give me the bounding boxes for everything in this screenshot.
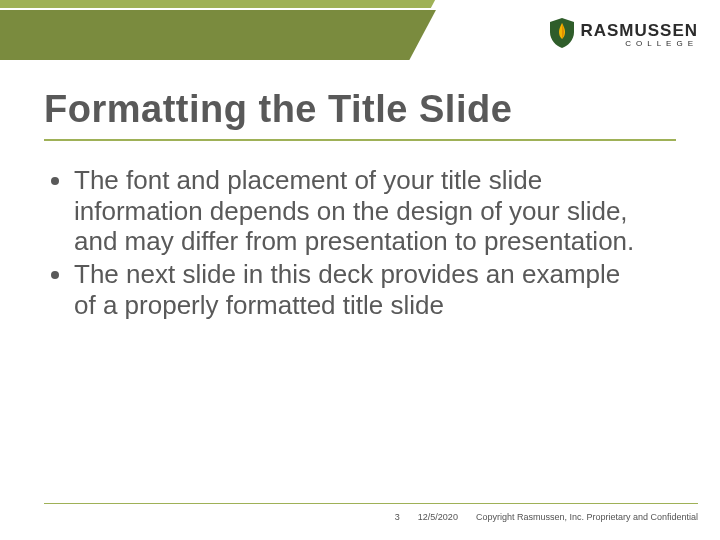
slide-title: Formatting the Title Slide — [44, 88, 676, 141]
shield-icon — [550, 18, 574, 52]
footer-divider — [44, 503, 698, 504]
footer: 3 12/5/2020 Copyright Rasmussen, Inc. Pr… — [44, 512, 698, 522]
footer-copyright: Copyright Rasmussen, Inc. Proprietary an… — [476, 512, 698, 522]
slide-body: The font and placement of your title sli… — [48, 165, 648, 322]
brand-logo: RASMUSSEN COLLEGE — [550, 18, 698, 52]
brand-subtitle: COLLEGE — [625, 40, 698, 48]
bullet-item: The next slide in this deck provides an … — [74, 259, 648, 320]
page-number: 3 — [395, 512, 400, 522]
footer-date: 12/5/2020 — [418, 512, 458, 522]
bullet-item: The font and placement of your title sli… — [74, 165, 648, 257]
brand-name: RASMUSSEN — [580, 22, 698, 39]
accent-stripe — [0, 0, 425, 8]
